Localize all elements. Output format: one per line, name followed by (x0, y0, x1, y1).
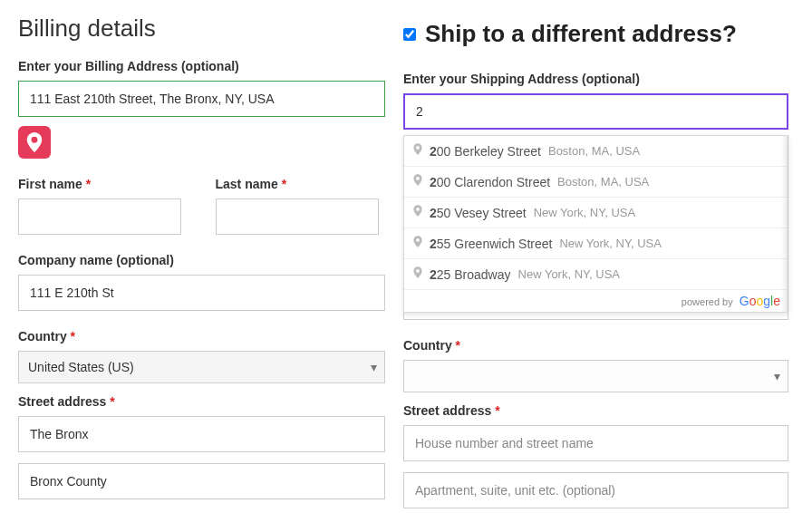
suggestion-secondary: New York, NY, USA (518, 267, 620, 281)
billing-country-select[interactable]: United States (US) ▾ (18, 351, 385, 383)
suggestion-main: 255 Greenwich Street (430, 237, 552, 251)
chevron-down-icon: ▾ (774, 369, 780, 383)
first-name-label: First name * (18, 177, 188, 191)
svg-point-1 (416, 146, 420, 150)
shipping-street-label: Street address * (403, 403, 788, 418)
suggestion-secondary: New York, NY, USA (559, 237, 661, 250)
billing-address-input[interactable] (18, 81, 385, 117)
map-marker-icon (413, 174, 422, 189)
map-marker-icon (413, 236, 422, 251)
suggestion-main: 200 Berkeley Street (430, 144, 541, 159)
suggestion-main: 225 Broadway (430, 267, 511, 282)
billing-country-value: United States (US) (28, 360, 134, 374)
first-name-input[interactable] (18, 198, 181, 235)
shipping-country-select[interactable]: ▾ (403, 360, 788, 392)
map-marker-icon (413, 266, 422, 282)
suggestion-main: 250 Vesey Street (430, 206, 527, 220)
suggestion-item[interactable]: 225 Broadway New York, NY, USA (404, 259, 788, 289)
google-logo-icon: Google (740, 294, 780, 308)
shipping-street-input-2[interactable] (403, 472, 788, 508)
suggestion-item[interactable]: 200 Berkeley Street Boston, MA, USA (404, 136, 788, 167)
suggestion-item[interactable]: 255 Greenwich Street New York, NY, USA (404, 228, 788, 259)
svg-point-5 (416, 269, 420, 273)
billing-street-input-1[interactable] (18, 416, 385, 452)
shipping-address-input[interactable] (403, 93, 788, 130)
billing-street-label: Street address * (18, 394, 385, 409)
ship-different-checkbox[interactable] (403, 28, 416, 41)
suggestion-main: 200 Clarendon Street (430, 175, 550, 189)
map-pin-button[interactable] (18, 126, 51, 159)
company-input[interactable] (18, 275, 385, 311)
suggestion-item[interactable]: 200 Clarendon Street Boston, MA, USA (404, 167, 788, 198)
svg-point-4 (416, 238, 420, 242)
location-pin-icon (26, 132, 43, 152)
last-name-input[interactable] (216, 198, 379, 235)
suggestion-secondary: Boston, MA, USA (548, 144, 640, 158)
shipping-country-label: Country * (403, 338, 788, 353)
powered-by-google: powered by Google (404, 289, 788, 312)
shipping-enter-label: Enter your Shipping Address (optional) (403, 72, 788, 86)
shipping-street-input-1[interactable] (403, 425, 788, 461)
billing-country-label: Country * (18, 329, 385, 344)
last-name-label: Last name * (216, 177, 386, 191)
company-label: Company name (optional) (18, 253, 385, 267)
billing-enter-label: Enter your Billing Address (optional) (18, 59, 385, 73)
svg-point-0 (32, 137, 38, 143)
chevron-down-icon: ▾ (371, 360, 377, 374)
billing-heading: Billing details (18, 15, 385, 43)
svg-point-2 (416, 177, 420, 180)
svg-point-3 (416, 208, 420, 211)
suggestion-secondary: Boston, MA, USA (557, 175, 649, 189)
suggestion-item[interactable]: 250 Vesey Street New York, NY, USA (404, 198, 788, 228)
suggestion-secondary: New York, NY, USA (534, 206, 635, 219)
map-marker-icon (413, 143, 422, 159)
billing-street-input-2[interactable] (18, 463, 385, 499)
map-marker-icon (413, 205, 422, 220)
address-suggestions-dropdown: 200 Berkeley Street Boston, MA, USA200 C… (403, 135, 788, 313)
shipping-heading: Ship to a different address? (425, 20, 737, 48)
